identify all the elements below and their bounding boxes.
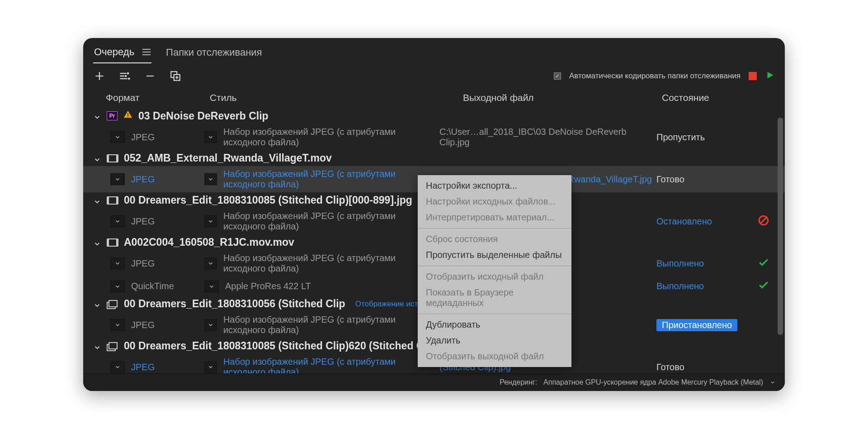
context-menu-item[interactable]: Настройки экспорта... xyxy=(418,178,571,194)
group-title: 00 Dreamers_Edit_1808310085 (Stitched Cl… xyxy=(124,340,436,352)
expand-chevron-icon[interactable] xyxy=(93,300,101,308)
col-status: Состояние xyxy=(662,92,780,103)
status-value: Остановлено xyxy=(656,216,712,227)
status-value: Пропустить xyxy=(656,132,705,143)
context-menu-separator xyxy=(418,266,571,266)
preset-dropdown[interactable] xyxy=(204,131,217,143)
format-dropdown[interactable] xyxy=(110,173,125,185)
expand-chevron-icon[interactable] xyxy=(93,154,101,162)
svg-point-1 xyxy=(125,75,127,77)
format-dropdown[interactable] xyxy=(110,215,125,227)
format-value: JPEG xyxy=(131,216,155,227)
format-dropdown[interactable] xyxy=(110,257,125,269)
stopped-forbid-icon xyxy=(758,214,769,229)
context-menu-item: Интерпретировать материал... xyxy=(418,210,571,225)
video-file-icon xyxy=(107,238,118,248)
context-menu-item[interactable]: Удалить xyxy=(418,333,571,348)
status-value: Приостановлено xyxy=(656,319,737,331)
format-dropdown[interactable] xyxy=(110,131,125,143)
video-file-icon xyxy=(107,195,118,205)
expand-chevron-icon[interactable] xyxy=(93,196,101,205)
svg-rect-21 xyxy=(109,343,117,349)
group-title: 03 DeNoise DeReverb Clip xyxy=(138,110,269,122)
preset-dropdown[interactable] xyxy=(204,173,217,185)
preset-dropdown[interactable] xyxy=(204,319,217,331)
video-file-icon xyxy=(107,153,118,163)
preset-value: Набор изображений JPEG (с атрибутами исх… xyxy=(223,357,439,373)
context-menu-item: Настройки исходных файлов... xyxy=(418,194,571,210)
context-menu-separator xyxy=(418,228,571,229)
group-title: 052_AMB_External_Rwanda_VillageT.mov xyxy=(124,152,332,164)
svg-rect-3 xyxy=(146,76,154,76)
status-value: Готово xyxy=(656,362,684,372)
context-menu-item[interactable]: Пропустить выделенные файлы xyxy=(418,247,571,263)
render-label: Рендеринг: xyxy=(500,378,537,386)
scrollbar[interactable] xyxy=(778,118,783,335)
queue-group-row[interactable]: Pr03 DeNoise DeReverb Clip xyxy=(83,108,785,124)
status-value: Выполнено xyxy=(656,281,704,291)
context-menu: Настройки экспорта...Настройки исходных … xyxy=(418,175,571,367)
svg-rect-9 xyxy=(107,155,109,162)
preset-value: Набор изображений JPEG (с атрибутами исх… xyxy=(223,127,439,148)
auto-encode-checkbox[interactable] xyxy=(554,72,561,80)
svg-rect-10 xyxy=(116,155,118,162)
context-menu-item: Сброс состояния xyxy=(418,231,571,247)
context-menu-item: Отобразить исходный файл xyxy=(418,269,571,285)
preset-dropdown[interactable] xyxy=(204,281,219,292)
preset-value: Набор изображений JPEG (с атрибутами исх… xyxy=(223,169,439,190)
col-style: Стиль xyxy=(210,92,463,103)
queue-window: Очередь Папки отслеживания xyxy=(83,38,785,391)
col-format: Формат xyxy=(106,92,210,103)
queue-toolbar: Автоматически кодировать папки отслежива… xyxy=(83,63,785,91)
queue-group-row[interactable]: 052_AMB_External_Rwanda_VillageT.mov xyxy=(83,150,785,166)
stitched-stack-icon xyxy=(107,299,118,309)
svg-rect-19 xyxy=(109,300,117,307)
start-queue-button[interactable] xyxy=(765,70,775,82)
tab-watch-label: Папки отслеживания xyxy=(166,47,262,58)
panel-tabs: Очередь Папки отслеживания xyxy=(83,38,785,63)
context-menu-item[interactable]: Дублировать xyxy=(418,317,571,333)
svg-point-0 xyxy=(127,72,129,75)
done-check-icon xyxy=(758,257,769,271)
status-value: Выполнено xyxy=(656,258,704,269)
format-value: JPEG xyxy=(131,258,155,269)
settings-sliders-button[interactable] xyxy=(118,70,131,82)
preset-value: Набор изображений JPEG (с атрибутами исх… xyxy=(223,211,439,232)
queue-item-row[interactable]: JPEGНабор изображений JPEG (с атрибутами… xyxy=(83,124,785,150)
expand-chevron-icon[interactable] xyxy=(93,112,101,120)
panel-menu-icon[interactable] xyxy=(142,49,151,55)
expand-chevron-icon[interactable] xyxy=(93,342,101,350)
format-dropdown[interactable] xyxy=(110,281,125,292)
column-headers: Формат Стиль Выходной файл Состояние xyxy=(83,91,785,108)
preset-dropdown[interactable] xyxy=(204,257,217,269)
chevron-down-icon[interactable] xyxy=(769,379,776,386)
remove-button[interactable] xyxy=(144,70,156,82)
svg-point-2 xyxy=(128,78,130,80)
svg-rect-13 xyxy=(116,197,118,204)
warning-icon xyxy=(123,110,133,122)
done-check-icon xyxy=(758,279,769,293)
tab-queue-label: Очередь xyxy=(94,46,134,58)
output-path[interactable]: C:\User…all_2018_IBC\03 DeNoise DeReverb… xyxy=(439,127,656,148)
tab-watch-folders[interactable]: Папки отслеживания xyxy=(165,44,263,63)
format-value: JPEG xyxy=(131,132,155,143)
format-dropdown[interactable] xyxy=(110,361,125,373)
duplicate-button[interactable] xyxy=(169,70,182,82)
context-menu-item: Отобразить выходной файл xyxy=(418,348,571,364)
preset-value: Apple ProRes 422 LT xyxy=(225,281,311,291)
stitched-stack-icon xyxy=(107,341,118,351)
group-title: 00 Dreamers_Edit_1808310085 (Stitched Cl… xyxy=(124,194,412,206)
status-bar: Рендеринг: Аппаратное GPU-ускорение ядра… xyxy=(83,373,785,391)
context-menu-separator xyxy=(418,314,571,314)
expand-chevron-icon[interactable] xyxy=(93,238,101,247)
format-value: JPEG xyxy=(131,320,155,330)
render-value: Аппаратное GPU-ускорение ядра Adobe Merc… xyxy=(543,378,763,386)
format-dropdown[interactable] xyxy=(110,319,125,331)
add-source-button[interactable] xyxy=(93,70,106,82)
preset-dropdown[interactable] xyxy=(204,215,217,227)
group-title: A002C004_160508_R1JC.mov.mov xyxy=(124,236,294,248)
preset-dropdown[interactable] xyxy=(204,361,217,373)
group-title: 00 Dreamers_Edit_1808310056 (Stitched Cl… xyxy=(124,298,345,310)
tab-queue[interactable]: Очередь xyxy=(93,43,151,63)
stop-queue-button[interactable] xyxy=(749,72,757,80)
